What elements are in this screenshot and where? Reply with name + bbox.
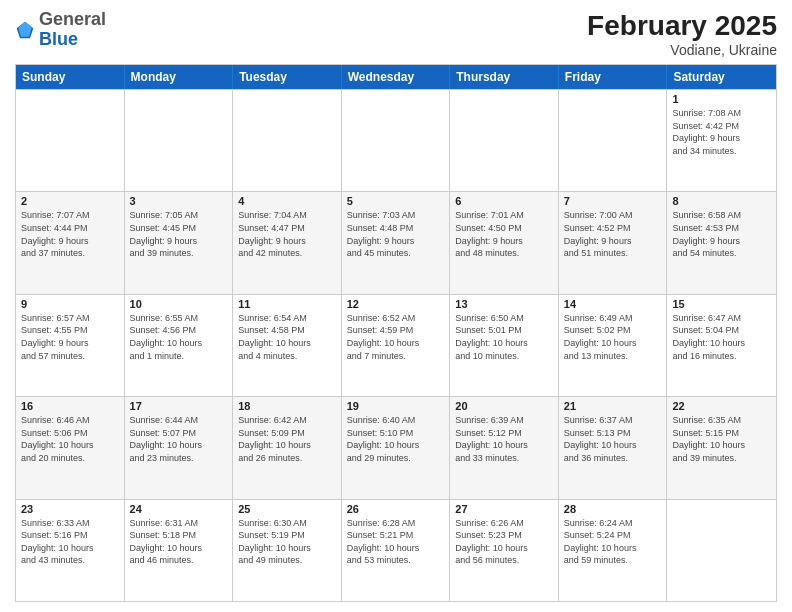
logo-blue: Blue [39, 29, 78, 49]
calendar-header: SundayMondayTuesdayWednesdayThursdayFrid… [16, 65, 776, 89]
day-info: Sunrise: 7:04 AM Sunset: 4:47 PM Dayligh… [238, 209, 336, 259]
calendar-cell: 8Sunrise: 6:58 AM Sunset: 4:53 PM Daylig… [667, 192, 776, 293]
day-info: Sunrise: 7:00 AM Sunset: 4:52 PM Dayligh… [564, 209, 662, 259]
calendar-cell: 6Sunrise: 7:01 AM Sunset: 4:50 PM Daylig… [450, 192, 559, 293]
day-number: 24 [130, 503, 228, 515]
day-info: Sunrise: 6:58 AM Sunset: 4:53 PM Dayligh… [672, 209, 771, 259]
calendar-cell: 22Sunrise: 6:35 AM Sunset: 5:15 PM Dayli… [667, 397, 776, 498]
day-number: 4 [238, 195, 336, 207]
calendar-row-0: 1Sunrise: 7:08 AM Sunset: 4:42 PM Daylig… [16, 89, 776, 191]
calendar-cell: 9Sunrise: 6:57 AM Sunset: 4:55 PM Daylig… [16, 295, 125, 396]
calendar-cell: 2Sunrise: 7:07 AM Sunset: 4:44 PM Daylig… [16, 192, 125, 293]
day-number: 17 [130, 400, 228, 412]
day-info: Sunrise: 6:42 AM Sunset: 5:09 PM Dayligh… [238, 414, 336, 464]
calendar-row-4: 23Sunrise: 6:33 AM Sunset: 5:16 PM Dayli… [16, 499, 776, 601]
day-info: Sunrise: 6:39 AM Sunset: 5:12 PM Dayligh… [455, 414, 553, 464]
day-number: 6 [455, 195, 553, 207]
calendar-cell: 7Sunrise: 7:00 AM Sunset: 4:52 PM Daylig… [559, 192, 668, 293]
calendar-cell: 14Sunrise: 6:49 AM Sunset: 5:02 PM Dayli… [559, 295, 668, 396]
day-info: Sunrise: 6:57 AM Sunset: 4:55 PM Dayligh… [21, 312, 119, 362]
calendar-cell: 5Sunrise: 7:03 AM Sunset: 4:48 PM Daylig… [342, 192, 451, 293]
calendar-cell: 16Sunrise: 6:46 AM Sunset: 5:06 PM Dayli… [16, 397, 125, 498]
header-cell-sunday: Sunday [16, 65, 125, 89]
calendar-row-3: 16Sunrise: 6:46 AM Sunset: 5:06 PM Dayli… [16, 396, 776, 498]
calendar-row-1: 2Sunrise: 7:07 AM Sunset: 4:44 PM Daylig… [16, 191, 776, 293]
day-info: Sunrise: 6:30 AM Sunset: 5:19 PM Dayligh… [238, 517, 336, 567]
day-info: Sunrise: 7:07 AM Sunset: 4:44 PM Dayligh… [21, 209, 119, 259]
day-number: 13 [455, 298, 553, 310]
day-info: Sunrise: 6:31 AM Sunset: 5:18 PM Dayligh… [130, 517, 228, 567]
day-number: 15 [672, 298, 771, 310]
day-info: Sunrise: 7:05 AM Sunset: 4:45 PM Dayligh… [130, 209, 228, 259]
header-cell-wednesday: Wednesday [342, 65, 451, 89]
day-number: 23 [21, 503, 119, 515]
day-info: Sunrise: 6:24 AM Sunset: 5:24 PM Dayligh… [564, 517, 662, 567]
calendar-cell: 21Sunrise: 6:37 AM Sunset: 5:13 PM Dayli… [559, 397, 668, 498]
day-number: 1 [672, 93, 771, 105]
header-cell-saturday: Saturday [667, 65, 776, 89]
header-cell-tuesday: Tuesday [233, 65, 342, 89]
day-info: Sunrise: 6:50 AM Sunset: 5:01 PM Dayligh… [455, 312, 553, 362]
day-info: Sunrise: 6:28 AM Sunset: 5:21 PM Dayligh… [347, 517, 445, 567]
day-number: 27 [455, 503, 553, 515]
calendar-cell [342, 90, 451, 191]
day-number: 3 [130, 195, 228, 207]
day-info: Sunrise: 6:40 AM Sunset: 5:10 PM Dayligh… [347, 414, 445, 464]
day-info: Sunrise: 6:54 AM Sunset: 4:58 PM Dayligh… [238, 312, 336, 362]
calendar-cell: 11Sunrise: 6:54 AM Sunset: 4:58 PM Dayli… [233, 295, 342, 396]
calendar-cell: 27Sunrise: 6:26 AM Sunset: 5:23 PM Dayli… [450, 500, 559, 601]
day-number: 5 [347, 195, 445, 207]
day-number: 21 [564, 400, 662, 412]
header: General Blue February 2025 Vodiane, Ukra… [15, 10, 777, 58]
calendar-cell: 13Sunrise: 6:50 AM Sunset: 5:01 PM Dayli… [450, 295, 559, 396]
calendar-cell: 19Sunrise: 6:40 AM Sunset: 5:10 PM Dayli… [342, 397, 451, 498]
calendar-body: 1Sunrise: 7:08 AM Sunset: 4:42 PM Daylig… [16, 89, 776, 601]
day-number: 7 [564, 195, 662, 207]
calendar-cell [667, 500, 776, 601]
svg-marker-1 [18, 21, 31, 36]
calendar-cell [559, 90, 668, 191]
calendar-cell: 17Sunrise: 6:44 AM Sunset: 5:07 PM Dayli… [125, 397, 234, 498]
day-info: Sunrise: 6:47 AM Sunset: 5:04 PM Dayligh… [672, 312, 771, 362]
page: General Blue February 2025 Vodiane, Ukra… [0, 0, 792, 612]
calendar-cell [16, 90, 125, 191]
day-number: 18 [238, 400, 336, 412]
day-number: 14 [564, 298, 662, 310]
logo-general: General [39, 9, 106, 29]
day-number: 26 [347, 503, 445, 515]
title-block: February 2025 Vodiane, Ukraine [587, 10, 777, 58]
calendar-cell: 28Sunrise: 6:24 AM Sunset: 5:24 PM Dayli… [559, 500, 668, 601]
calendar-cell: 4Sunrise: 7:04 AM Sunset: 4:47 PM Daylig… [233, 192, 342, 293]
day-info: Sunrise: 6:46 AM Sunset: 5:06 PM Dayligh… [21, 414, 119, 464]
calendar-cell: 25Sunrise: 6:30 AM Sunset: 5:19 PM Dayli… [233, 500, 342, 601]
day-info: Sunrise: 6:55 AM Sunset: 4:56 PM Dayligh… [130, 312, 228, 362]
day-number: 16 [21, 400, 119, 412]
day-info: Sunrise: 7:08 AM Sunset: 4:42 PM Dayligh… [672, 107, 771, 157]
calendar-cell: 12Sunrise: 6:52 AM Sunset: 4:59 PM Dayli… [342, 295, 451, 396]
day-info: Sunrise: 6:49 AM Sunset: 5:02 PM Dayligh… [564, 312, 662, 362]
day-number: 9 [21, 298, 119, 310]
day-info: Sunrise: 6:26 AM Sunset: 5:23 PM Dayligh… [455, 517, 553, 567]
calendar-cell [125, 90, 234, 191]
location: Vodiane, Ukraine [587, 42, 777, 58]
day-number: 12 [347, 298, 445, 310]
calendar-cell: 26Sunrise: 6:28 AM Sunset: 5:21 PM Dayli… [342, 500, 451, 601]
day-info: Sunrise: 7:03 AM Sunset: 4:48 PM Dayligh… [347, 209, 445, 259]
calendar-cell: 23Sunrise: 6:33 AM Sunset: 5:16 PM Dayli… [16, 500, 125, 601]
calendar-cell: 10Sunrise: 6:55 AM Sunset: 4:56 PM Dayli… [125, 295, 234, 396]
day-number: 25 [238, 503, 336, 515]
day-number: 19 [347, 400, 445, 412]
day-info: Sunrise: 6:35 AM Sunset: 5:15 PM Dayligh… [672, 414, 771, 464]
calendar-cell [233, 90, 342, 191]
day-number: 8 [672, 195, 771, 207]
calendar-cell: 15Sunrise: 6:47 AM Sunset: 5:04 PM Dayli… [667, 295, 776, 396]
day-number: 20 [455, 400, 553, 412]
day-number: 28 [564, 503, 662, 515]
logo: General Blue [15, 10, 106, 50]
day-info: Sunrise: 6:52 AM Sunset: 4:59 PM Dayligh… [347, 312, 445, 362]
calendar: SundayMondayTuesdayWednesdayThursdayFrid… [15, 64, 777, 602]
day-number: 11 [238, 298, 336, 310]
logo-text: General Blue [39, 10, 106, 50]
month-title: February 2025 [587, 10, 777, 42]
logo-icon [15, 20, 35, 40]
